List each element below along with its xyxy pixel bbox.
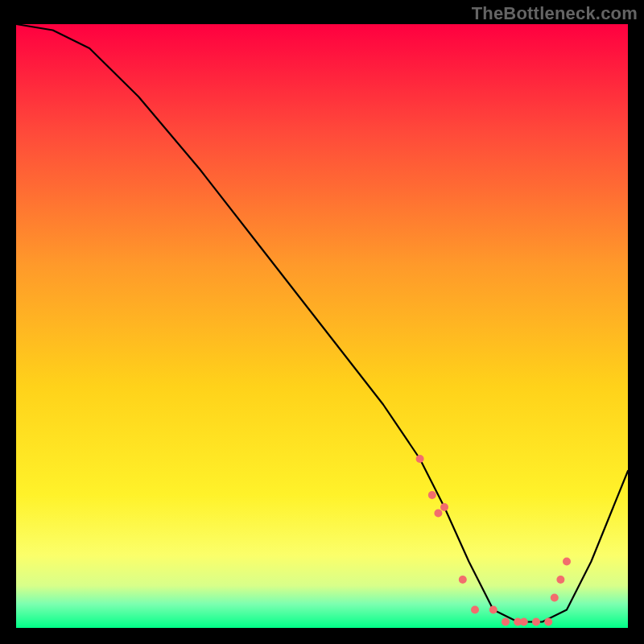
data-marker (416, 455, 424, 463)
data-marker (544, 618, 552, 626)
data-marker (502, 618, 510, 626)
data-marker (471, 606, 479, 614)
bottleneck-chart (16, 24, 628, 628)
data-marker (520, 618, 528, 626)
data-marker (434, 510, 442, 518)
data-marker (489, 606, 497, 614)
data-marker (563, 558, 571, 566)
data-marker (556, 576, 564, 584)
watermark-text: TheBottleneck.com (472, 3, 638, 24)
data-marker (428, 491, 436, 499)
chart-frame: TheBottleneck.com (0, 0, 644, 644)
data-marker (459, 576, 467, 584)
data-marker (440, 503, 448, 511)
data-marker (532, 618, 540, 626)
data-marker (551, 594, 559, 602)
